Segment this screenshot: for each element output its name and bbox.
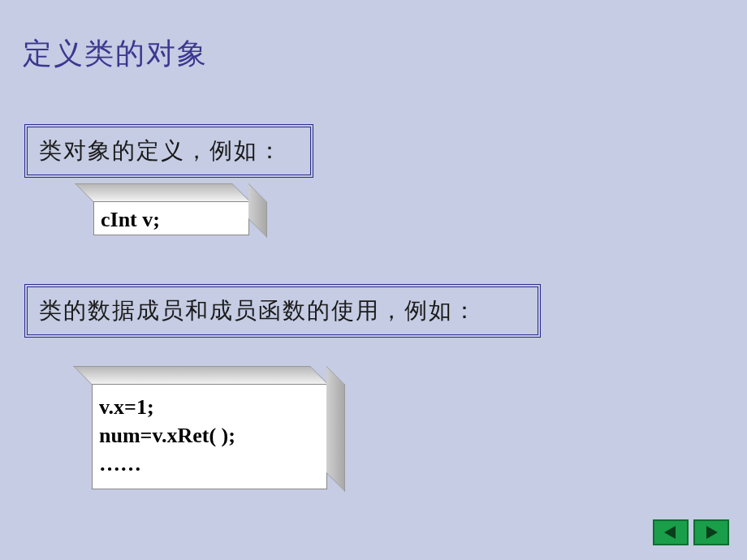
code-block-declaration: cInt v; [93, 201, 249, 235]
nav-buttons [653, 519, 729, 545]
caption-member-usage: 类的数据成员和成员函数的使用，例如： [24, 284, 541, 338]
next-button[interactable] [693, 519, 729, 545]
arrow-left-icon [661, 523, 680, 542]
code-text-declaration: cInt v; [93, 201, 249, 235]
arrow-right-icon [702, 523, 721, 542]
slide-title: 定义类的对象 [0, 0, 747, 74]
code-block-usage: v.x=1; num=v.xRet( ); …… [92, 384, 327, 489]
caption-object-definition: 类对象的定义，例如： [24, 124, 313, 178]
code-text-usage: v.x=1; num=v.xRet( ); …… [92, 384, 327, 489]
prev-button[interactable] [653, 519, 689, 545]
